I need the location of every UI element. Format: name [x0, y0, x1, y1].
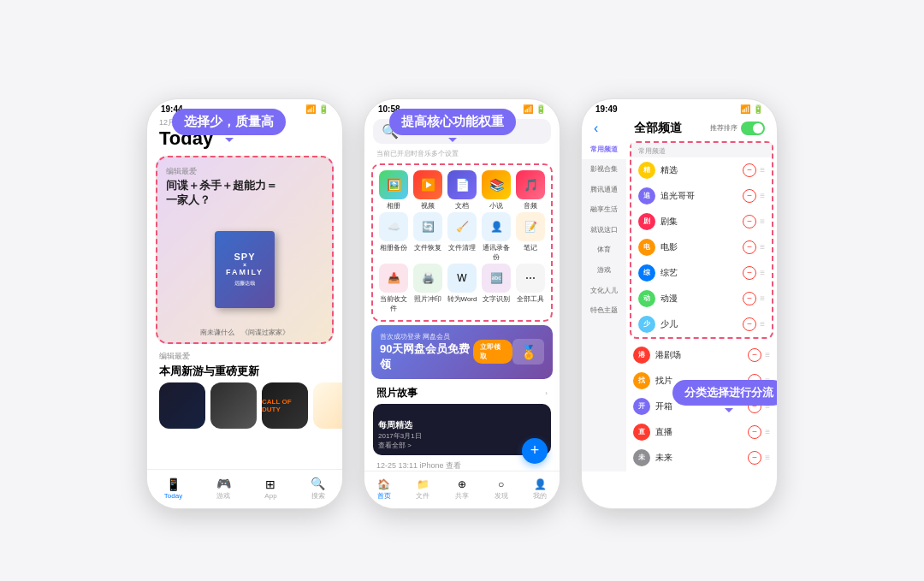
minus-dianying[interactable]: −: [743, 240, 756, 254]
tab-home[interactable]: 🏠 首页: [377, 478, 391, 501]
game-thumb-3[interactable]: CALL OF DUTY: [262, 382, 308, 429]
controls-jingxuan: − ≡: [743, 163, 765, 177]
channel-jingxuan[interactable]: 精 精选 − ≡: [631, 157, 772, 183]
channel-zhibo[interactable]: 直 直播 − ≡: [626, 419, 777, 445]
featured-card[interactable]: 编辑最爱 间谍＋杀手＋超能力＝一家人？ SPY × FAMILY 远藤达哉 南未…: [156, 156, 334, 344]
battery-icon: 🔋: [318, 104, 329, 114]
banner-btn[interactable]: 立即领取: [473, 340, 512, 364]
icon-video[interactable]: ▶️ 视频: [412, 170, 444, 210]
tab-discover[interactable]: ○ 发现: [495, 478, 508, 501]
controls-weilai: − ≡: [748, 451, 770, 465]
wifi-icon-2: 📶: [523, 104, 533, 114]
story-date: 2017年3月1日: [378, 431, 422, 441]
tab-app[interactable]: ⊞ App: [264, 477, 276, 500]
channel-gangju[interactable]: 港 港剧场 − ≡: [626, 342, 777, 368]
icon-more-tools[interactable]: ⋯ 全部工具: [514, 264, 547, 313]
novel-label: 小说: [489, 201, 503, 210]
audio-label: 音频: [524, 201, 537, 210]
minus-weilai[interactable]: −: [748, 451, 761, 465]
sidebar-item-1[interactable]: 腾讯通通: [582, 180, 626, 200]
icon-row-2: ☁️ 相册备份 🔄 文件恢复 🧹 文件清理 👤 通讯录备份 📝 笔记: [376, 212, 548, 262]
tab-files[interactable]: 📁 文件: [416, 478, 429, 501]
section2-tag: 编辑最爱: [159, 351, 330, 362]
fab-button[interactable]: +: [522, 438, 548, 464]
icon-collect[interactable]: 📥 当前收文件: [377, 264, 410, 313]
icon-print[interactable]: 🖨️ 照片冲印: [412, 264, 444, 313]
dot-zhupian: 找: [633, 372, 650, 389]
minus-jingxuan[interactable]: −: [743, 163, 756, 177]
icon-row-3: 📥 当前收文件 🖨️ 照片冲印 W 转为Word 🔤 文字识别 ⋯ 全: [376, 264, 548, 313]
sidebar-item-4[interactable]: 体育: [582, 240, 626, 260]
drag-dianying[interactable]: ≡: [760, 242, 765, 252]
dot-dongman: 动: [638, 290, 655, 307]
tooltip1: 选择少，质量高: [172, 109, 286, 135]
recover-circle: 🔄: [413, 212, 442, 241]
back-button[interactable]: ‹: [594, 121, 598, 136]
book-cover: SPY × FAMILY 远藤达哉: [215, 231, 275, 308]
game-thumb-1[interactable]: [159, 382, 205, 429]
drag-gangju[interactable]: ≡: [765, 350, 770, 359]
drag-jingxuan[interactable]: ≡: [760, 165, 765, 175]
sidebar-item-6[interactable]: 文化人儿: [582, 281, 626, 301]
icon-recover[interactable]: 🔄 文件恢复: [412, 212, 444, 262]
sidebar-item-0[interactable]: 影视合集: [582, 159, 626, 180]
drag-juji[interactable]: ≡: [760, 216, 765, 226]
phone3-wrapper: 19:49 📶 🔋 ‹ 全部频道 推荐排序 常用频道 影视合集 腾讯通: [581, 73, 778, 509]
icon-backup[interactable]: ☁️ 相册备份: [377, 212, 410, 262]
tab-mine[interactable]: 👤 我的: [533, 478, 547, 501]
minus-shaoe[interactable]: −: [743, 317, 756, 331]
sidebar-item-7[interactable]: 特色主题: [582, 300, 626, 321]
sidebar-item-common[interactable]: 常用频道: [582, 139, 626, 160]
icon-ocr[interactable]: 🔤 文字识别: [480, 264, 512, 313]
book-sub: 远藤达哉: [234, 280, 255, 288]
icon-row-1: 🖼️ 相册 ▶️ 视频 📄 文档 📚 小说 🎵 音频: [376, 170, 548, 210]
sidebar-item-3[interactable]: 就说这口: [582, 220, 626, 240]
icon-novel[interactable]: 📚 小说: [480, 170, 512, 210]
sidebar-item-2[interactable]: 融享生活: [582, 199, 626, 220]
game-thumb-4[interactable]: [313, 382, 342, 429]
vip-banner[interactable]: 首次成功登录 网盘会员 90天网盘会员免费领 立即领取 🏅: [371, 325, 553, 379]
story-see-all: 查看全部 >: [378, 441, 422, 450]
drag-zhibo[interactable]: ≡: [765, 427, 770, 436]
minus-juji[interactable]: −: [743, 215, 756, 228]
tab-search[interactable]: 🔍 搜索: [311, 477, 325, 501]
phone2: 10:58 📶 🔋 🔍 搜索照片 "厦门" 当前已开启时音乐多个设置 🖼️ 相册…: [364, 98, 560, 509]
story-more-btn[interactable]: ›: [545, 389, 548, 397]
icon-audio[interactable]: 🎵 音频: [514, 170, 547, 210]
icon-note[interactable]: 📝 笔记: [514, 212, 547, 262]
story-section-title: 照片故事: [376, 386, 418, 400]
channel-zhiguang[interactable]: 追 追光哥哥 − ≡: [631, 183, 772, 209]
banner-small: 首次成功登录 网盘会员: [380, 332, 473, 341]
drag-weilai[interactable]: ≡: [765, 453, 770, 462]
tab-games[interactable]: 🎮 游戏: [216, 477, 231, 501]
minus-zhiguang[interactable]: −: [743, 189, 756, 203]
channel-zongyi[interactable]: 综 综艺 − ≡: [631, 260, 772, 286]
drag-shaoe[interactable]: ≡: [760, 319, 765, 329]
tab-share[interactable]: ⊕ 共享: [455, 478, 469, 501]
video-label: 视频: [421, 201, 435, 210]
icon-doc[interactable]: 📄 文档: [446, 170, 478, 210]
toggle-switch[interactable]: [741, 122, 765, 135]
tab-today[interactable]: 📱 Today: [164, 477, 182, 500]
icon-contact[interactable]: 👤 通讯录备份: [480, 212, 512, 262]
minus-zongyi[interactable]: −: [743, 266, 756, 280]
game-thumb-2[interactable]: [210, 382, 257, 429]
drag-zhiguang[interactable]: ≡: [760, 191, 765, 200]
collect-circle: 📥: [379, 264, 408, 293]
icon-word[interactable]: W 转为Word: [446, 264, 478, 313]
channel-weilai[interactable]: 未 未来 − ≡: [626, 445, 777, 471]
sidebar-item-5[interactable]: 游戏: [582, 260, 626, 281]
channel-dongman[interactable]: 动 动漫 − ≡: [631, 286, 772, 311]
channel-juji[interactable]: 剧 剧集 − ≡: [631, 209, 772, 234]
minus-zhibo[interactable]: −: [748, 425, 761, 439]
channel-dianying[interactable]: 电 电影 − ≡: [631, 234, 772, 260]
collect-label: 当前收文件: [377, 294, 410, 313]
drag-dongman[interactable]: ≡: [760, 293, 765, 303]
toggle-knob: [753, 123, 763, 133]
minus-gangju[interactable]: −: [748, 348, 761, 362]
icon-clean[interactable]: 🧹 文件清理: [446, 212, 478, 262]
channel-shaoe[interactable]: 少 少儿 − ≡: [631, 311, 772, 337]
icon-photo[interactable]: 🖼️ 相册: [377, 170, 410, 210]
drag-zongyi[interactable]: ≡: [760, 268, 765, 277]
minus-dongman[interactable]: −: [743, 292, 756, 305]
